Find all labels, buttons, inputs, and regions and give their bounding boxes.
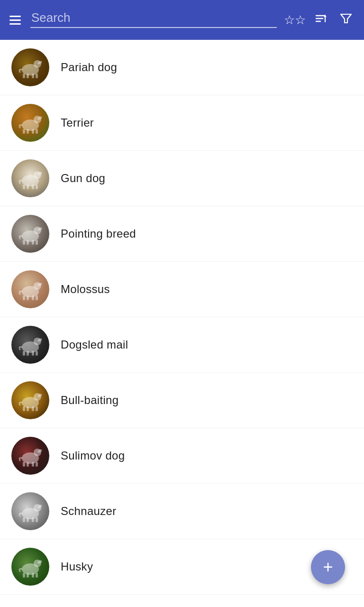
item-avatar (11, 492, 49, 530)
svg-rect-9 (27, 74, 29, 78)
item-label: Bull-baiting (61, 394, 118, 407)
svg-rect-74 (36, 573, 38, 578)
svg-rect-51 (27, 406, 29, 411)
svg-rect-50 (23, 406, 25, 411)
svg-rect-57 (23, 462, 25, 467)
svg-rect-59 (32, 462, 34, 467)
app-header: ☆ (0, 0, 364, 40)
svg-marker-4 (341, 14, 351, 23)
list-item[interactable]: Sulimov dog (0, 428, 364, 484)
item-avatar (11, 159, 49, 197)
breed-list: Pariah dog Terrier G (0, 40, 364, 607)
filter-icon (340, 12, 352, 28)
list-item[interactable]: Pariah dog (0, 40, 364, 95)
add-button[interactable]: + (311, 550, 345, 584)
svg-rect-72 (27, 573, 29, 578)
search-wrapper (30, 9, 277, 32)
svg-rect-45 (32, 351, 34, 356)
item-label: Terrier (61, 116, 94, 129)
header-actions: ☆ (284, 9, 356, 30)
svg-rect-73 (32, 573, 34, 578)
list-item[interactable]: Terrier (0, 95, 364, 151)
item-avatar (11, 48, 49, 86)
svg-rect-17 (32, 129, 34, 134)
svg-rect-64 (23, 517, 25, 522)
svg-rect-43 (23, 351, 25, 356)
svg-rect-53 (36, 406, 38, 411)
item-avatar (11, 437, 49, 475)
svg-rect-44 (27, 351, 29, 356)
svg-rect-15 (23, 129, 25, 134)
star-icon: ☆ (284, 13, 306, 28)
svg-rect-60 (36, 462, 38, 467)
search-input[interactable] (30, 9, 277, 28)
svg-rect-32 (36, 240, 38, 245)
svg-rect-38 (32, 295, 34, 300)
item-avatar (11, 104, 49, 142)
svg-rect-18 (36, 129, 38, 134)
svg-rect-11 (36, 74, 38, 78)
svg-rect-22 (23, 184, 25, 189)
svg-rect-36 (23, 295, 25, 300)
svg-rect-31 (32, 240, 34, 245)
list-item[interactable]: Dogsled mail (0, 317, 364, 373)
svg-rect-30 (27, 240, 29, 245)
sort-button[interactable] (310, 9, 331, 30)
item-avatar (11, 215, 49, 253)
item-label: Gun dog (61, 172, 105, 185)
item-label: Pariah dog (61, 61, 117, 74)
list-item[interactable]: Bull-baiting (0, 373, 364, 428)
svg-rect-29 (23, 240, 25, 245)
svg-rect-39 (36, 295, 38, 300)
svg-rect-52 (32, 406, 34, 411)
plus-icon: + (323, 557, 333, 577)
list-item[interactable]: Molossus (0, 262, 364, 317)
svg-rect-24 (32, 184, 34, 189)
svg-rect-37 (27, 295, 29, 300)
menu-button[interactable] (8, 14, 23, 27)
item-avatar (11, 326, 49, 364)
svg-rect-25 (36, 184, 38, 189)
svg-rect-67 (36, 517, 38, 522)
item-label: Molossus (61, 283, 110, 296)
svg-rect-71 (23, 573, 25, 578)
favorites-button[interactable]: ☆ (284, 9, 305, 30)
item-avatar (11, 381, 49, 419)
sort-icon (314, 12, 327, 28)
svg-rect-16 (27, 129, 29, 134)
svg-rect-8 (23, 74, 25, 78)
item-label: Husky (61, 560, 93, 573)
svg-rect-10 (32, 74, 34, 78)
filter-button[interactable] (336, 9, 356, 30)
list-item[interactable]: Schnauzer (0, 484, 364, 539)
item-avatar (11, 548, 49, 586)
svg-rect-66 (32, 517, 34, 522)
item-label: Pointing breed (61, 227, 136, 240)
list-item[interactable]: Gun dog (0, 151, 364, 206)
item-avatar (11, 270, 49, 308)
svg-rect-23 (27, 184, 29, 189)
svg-rect-65 (27, 517, 29, 522)
svg-rect-46 (36, 351, 38, 356)
item-label: Sulimov dog (61, 449, 125, 462)
list-item[interactable]: Husky (0, 539, 364, 595)
item-label: Schnauzer (61, 505, 116, 518)
item-label: Dogsled mail (61, 338, 128, 351)
svg-rect-58 (27, 462, 29, 467)
list-item[interactable]: Pointing breed (0, 206, 364, 262)
